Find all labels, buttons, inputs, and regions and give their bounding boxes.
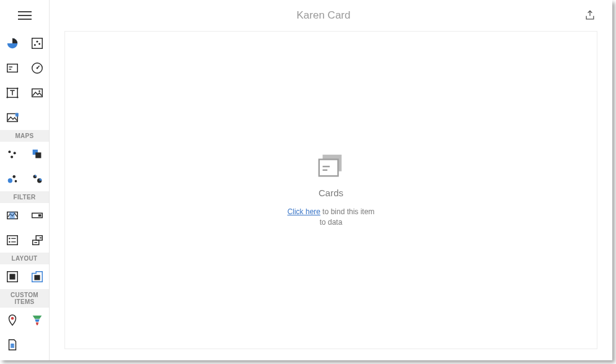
empty-hint-rest: to bind this item to data: [320, 207, 375, 226]
svg-rect-47: [34, 275, 40, 280]
svg-marker-49: [33, 316, 42, 319]
funnel-icon[interactable]: [25, 308, 50, 332]
svg-point-36: [9, 238, 10, 239]
svg-point-2: [37, 41, 38, 43]
pie-chart-icon[interactable]: [0, 31, 25, 56]
list-box-icon[interactable]: [0, 228, 25, 253]
section-header-filter: FILTER: [0, 191, 49, 203]
svg-point-1: [34, 44, 36, 46]
point-map-icon[interactable]: [0, 142, 25, 167]
pie-map-icon[interactable]: [25, 167, 50, 191]
section-header-maps: MAPS: [0, 130, 49, 142]
svg-rect-46: [9, 274, 15, 279]
svg-point-3: [38, 43, 40, 45]
hamburger-button[interactable]: [0, 0, 49, 31]
map-pin-icon[interactable]: [0, 308, 25, 332]
svg-point-12: [17, 87, 19, 89]
svg-point-11: [6, 87, 8, 89]
design-canvas[interactable]: Cards Click here to bind this item to da…: [64, 31, 597, 349]
sidebar: MAPS FILTER: [0, 0, 50, 360]
svg-rect-25: [35, 152, 41, 158]
svg-point-22: [14, 152, 16, 154]
image-icon[interactable]: [25, 80, 50, 105]
svg-point-13: [6, 97, 8, 98]
bubble-map-icon[interactable]: [0, 167, 25, 191]
main-area: Karen Card Cards Click here to bind this…: [50, 0, 612, 360]
svg-point-28: [15, 180, 17, 183]
svg-rect-56: [319, 160, 338, 176]
svg-point-14: [17, 97, 19, 98]
svg-point-20: [15, 115, 19, 116]
empty-state: Cards Click here to bind this item to da…: [284, 153, 377, 227]
page-title: Karen Card: [64, 9, 583, 22]
svg-point-53: [11, 345, 14, 346]
text-box-icon[interactable]: [0, 80, 25, 105]
svg-rect-35: [7, 236, 18, 245]
empty-hint: Click here to bind this item to data: [284, 207, 377, 227]
export-button[interactable]: [583, 8, 597, 23]
svg-point-16: [38, 90, 40, 92]
combo-box-icon[interactable]: [25, 203, 50, 228]
svg-point-21: [8, 150, 11, 153]
svg-point-9: [37, 67, 38, 69]
document-icon[interactable]: [0, 332, 25, 357]
tree-view-icon[interactable]: [25, 228, 50, 253]
svg-marker-50: [35, 319, 39, 322]
svg-rect-34: [38, 214, 42, 217]
svg-rect-32: [9, 212, 14, 219]
svg-rect-4: [7, 64, 18, 72]
svg-rect-15: [32, 89, 43, 97]
group-icon[interactable]: [0, 264, 25, 289]
choropleth-map-icon[interactable]: [25, 142, 50, 167]
svg-point-23: [11, 156, 13, 158]
svg-point-38: [9, 241, 10, 243]
cards-placeholder-icon: [317, 153, 345, 183]
svg-point-26: [8, 178, 12, 183]
card-icon[interactable]: [0, 56, 25, 80]
section-header-layout: LAYOUT: [0, 253, 49, 264]
svg-point-48: [11, 317, 14, 320]
svg-point-27: [12, 175, 15, 178]
svg-rect-0: [32, 38, 43, 49]
section-header-custom: CUSTOM ITEMS: [0, 289, 49, 308]
svg-point-52: [11, 344, 14, 345]
empty-title: Cards: [319, 188, 343, 198]
bind-data-link[interactable]: Click here: [288, 207, 320, 216]
tab-container-icon[interactable]: [25, 264, 50, 289]
scatter-chart-icon[interactable]: [25, 31, 50, 56]
range-filter-icon[interactable]: [0, 203, 25, 228]
svg-point-54: [11, 346, 14, 347]
bound-image-icon[interactable]: [0, 105, 25, 130]
svg-marker-51: [36, 323, 39, 326]
gauge-icon[interactable]: [25, 56, 50, 80]
